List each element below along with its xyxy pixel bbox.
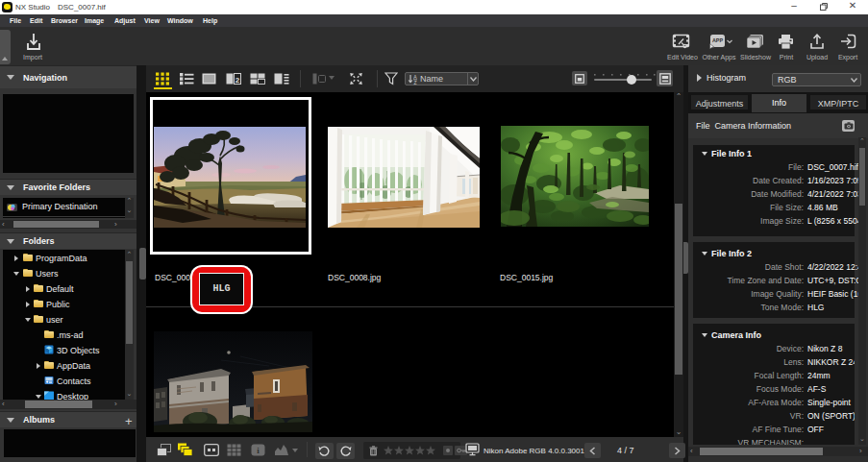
svg-text:APP: APP [712,37,723,43]
svg-text:Z: Z [413,80,416,85]
svg-text:2: 2 [236,76,240,85]
